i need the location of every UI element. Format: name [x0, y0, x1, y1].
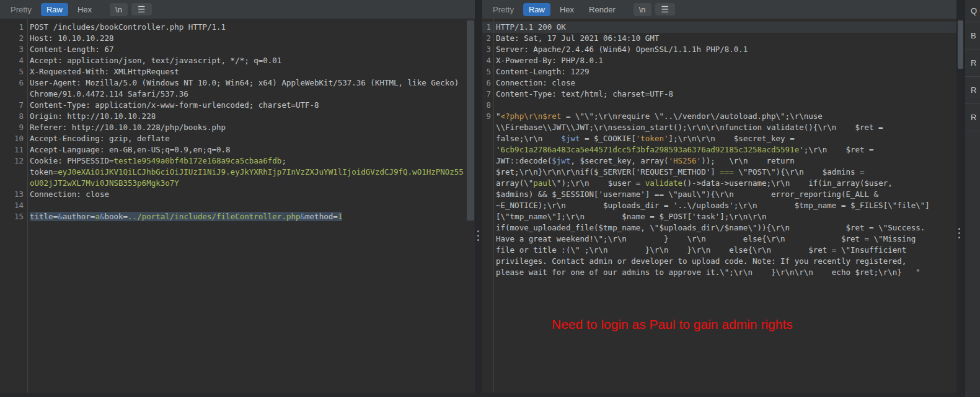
selected-text: title=&author=a&book=../portal/includes/…: [30, 212, 342, 221]
line-text: Accept-Language: en-GB,en-US;q=0.9,en;q=…: [27, 144, 464, 155]
request-tab-pretty[interactable]: Pretty: [5, 3, 37, 16]
line-text: [493, 100, 930, 111]
request-tab-hex[interactable]: Hex: [72, 3, 97, 16]
line-number: 11: [0, 144, 27, 155]
request-tab-raw[interactable]: Raw: [41, 3, 68, 16]
divider-grip-icon[interactable]: [477, 230, 479, 241]
line-number: 3: [482, 44, 493, 55]
response-tab-hex[interactable]: Hex: [554, 3, 580, 16]
response-line[interactable]: 4X-Powered-By: PHP/8.0.1: [482, 55, 956, 66]
response-vertical-scrollbar[interactable]: [958, 20, 963, 69]
response-line[interactable]: 6Connection: close: [482, 77, 956, 89]
request-line[interactable]: 4Accept: application/json, text/javascri…: [0, 55, 466, 66]
line-text: Server: Apache/2.4.46 (Win64) OpenSSL/1.…: [493, 44, 930, 55]
line-number: 3: [0, 44, 27, 55]
request-line[interactable]: 15title=&author=a&book=../portal/include…: [0, 211, 466, 222]
inspector-section-query-params[interactable]: Q: [965, 0, 980, 22]
hamburger-menu-icon[interactable]: ☰: [131, 3, 152, 15]
line-text: Date: Sat, 17 Jul 2021 06:14:10 GMT: [493, 33, 930, 44]
request-line[interactable]: 14: [0, 200, 466, 211]
request-line[interactable]: 6User-Agent: Mozilla/5.0 (Windows NT 10.…: [0, 77, 466, 100]
line-text: Referer: http://10.10.10.228/php/books.p…: [27, 122, 464, 133]
line-text: X-Requested-With: XMLHttpRequest: [27, 66, 464, 77]
hamburger-menu-icon[interactable]: ☰: [655, 3, 676, 15]
divider-grip-icon[interactable]: [958, 228, 960, 238]
request-line[interactable]: 1POST /includes/bookController.php HTTP/…: [0, 22, 466, 33]
request-line[interactable]: 3Content-Length: 67: [0, 44, 466, 55]
line-text: Connection: close: [27, 189, 464, 200]
line-text: HTTP/1.1 200 OK: [493, 22, 930, 33]
request-line[interactable]: 9Referer: http://10.10.10.228/php/books.…: [0, 122, 466, 133]
line-number: 2: [482, 33, 493, 44]
response-line[interactable]: 5Content-Length: 1229: [482, 66, 956, 77]
line-text: Connection: close: [493, 77, 930, 89]
response-line[interactable]: 7Content-Type: text/html; charset=UTF-8: [482, 89, 956, 100]
request-line[interactable]: 13Connection: close: [0, 189, 466, 200]
line-number: 8: [482, 100, 493, 111]
line-text: Cookie: PHPSESSID=test1e9549a0bf4b172e16…: [27, 155, 464, 189]
line-number: 12: [0, 155, 27, 189]
response-line[interactable]: 2Date: Sat, 17 Jul 2021 06:14:10 GMT: [482, 33, 956, 44]
panel-divider[interactable]: [475, 0, 482, 397]
request-gutter-separator: [27, 19, 28, 397]
request-line[interactable]: 11Accept-Language: en-GB,en-US;q=0.9,en;…: [0, 144, 466, 155]
response-line[interactable]: 1HTTP/1.1 200 OK: [482, 22, 956, 33]
request-line[interactable]: 12Cookie: PHPSESSID=test1e9549a0bf4b172e…: [0, 155, 466, 189]
inspector-section-body-params[interactable]: B: [965, 22, 980, 50]
line-text: Content-Type: text/html; charset=UTF-8: [493, 89, 930, 100]
line-text: Accept-Encoding: gzip, deflate: [27, 133, 464, 144]
inspector-section-request-cookies[interactable]: R: [965, 50, 980, 77]
line-number: 10: [0, 133, 27, 144]
line-text: [27, 200, 464, 211]
line-number: 6: [482, 77, 493, 89]
line-number: 13: [0, 189, 27, 200]
response-editor[interactable]: 1HTTP/1.1 200 OK2Date: Sat, 17 Jul 2021 …: [482, 19, 956, 397]
request-line[interactable]: 8Origin: http://10.10.10.228: [0, 111, 466, 122]
line-text: Content-Length: 1229: [493, 66, 930, 77]
line-number: 9: [0, 122, 27, 133]
line-number: 1: [0, 22, 27, 33]
line-number: 6: [0, 77, 27, 100]
response-lines: 1HTTP/1.1 200 OK2Date: Sat, 17 Jul 2021 …: [482, 19, 956, 278]
line-number: 1: [482, 22, 493, 33]
request-newline-toggle[interactable]: \n: [110, 3, 128, 16]
line-text: X-Powered-By: PHP/8.0.1: [493, 55, 930, 66]
request-line[interactable]: 2Host: 10.10.10.228: [0, 33, 466, 44]
response-line[interactable]: 9"<?php\r\n$ret = \"\";\r\nrequire \"..\…: [482, 111, 956, 278]
inspector-panel: Q B R R R: [965, 0, 980, 397]
request-tab-bar: Pretty Raw Hex \n ☰: [0, 0, 476, 19]
line-number: 4: [482, 55, 493, 66]
response-tab-raw[interactable]: Raw: [523, 3, 550, 16]
response-line[interactable]: 8: [482, 100, 956, 111]
request-line[interactable]: 7Content-Type: application/x-www-form-ur…: [0, 100, 466, 111]
line-number: 5: [0, 66, 27, 77]
annotation-text: Need to login as Paul to gain admin righ…: [552, 317, 793, 332]
line-text: POST /includes/bookController.php HTTP/1…: [27, 22, 464, 33]
line-text: Content-Length: 67: [27, 44, 464, 55]
inspector-section-request-headers[interactable]: R: [965, 77, 980, 104]
response-tab-pretty[interactable]: Pretty: [487, 3, 519, 16]
response-newline-toggle[interactable]: \n: [633, 3, 651, 16]
line-text: Content-Type: application/x-www-form-url…: [27, 100, 464, 111]
line-text: Host: 10.10.10.228: [27, 33, 464, 44]
response-tab-render[interactable]: Render: [583, 3, 621, 16]
line-text: "<?php\r\n$ret = \"\";\r\nrequire \"..\/…: [493, 111, 930, 278]
request-editor[interactable]: 1POST /includes/bookController.php HTTP/…: [0, 19, 466, 397]
inspector-section-response-headers[interactable]: R: [965, 104, 980, 131]
window-bottom-edge: [0, 393, 956, 397]
line-text: Origin: http://10.10.10.228: [27, 111, 464, 122]
line-number: 8: [0, 111, 27, 122]
request-vertical-scrollbar[interactable]: [467, 20, 474, 220]
line-number: 7: [482, 89, 493, 100]
response-line[interactable]: 3Server: Apache/2.4.46 (Win64) OpenSSL/1…: [482, 44, 956, 55]
response-gutter-separator: [493, 19, 494, 397]
line-number: 14: [0, 200, 27, 211]
request-line[interactable]: 10Accept-Encoding: gzip, deflate: [0, 133, 466, 144]
line-text: Accept: application/json, text/javascrip…: [27, 55, 464, 66]
line-number: 9: [482, 111, 493, 278]
line-number: 7: [0, 100, 27, 111]
request-line[interactable]: 5X-Requested-With: XMLHttpRequest: [0, 66, 466, 77]
response-side-divider[interactable]: [956, 0, 965, 397]
response-tab-bar: Pretty Raw Hex Render \n ☰: [482, 0, 965, 19]
line-number: 15: [0, 211, 27, 222]
